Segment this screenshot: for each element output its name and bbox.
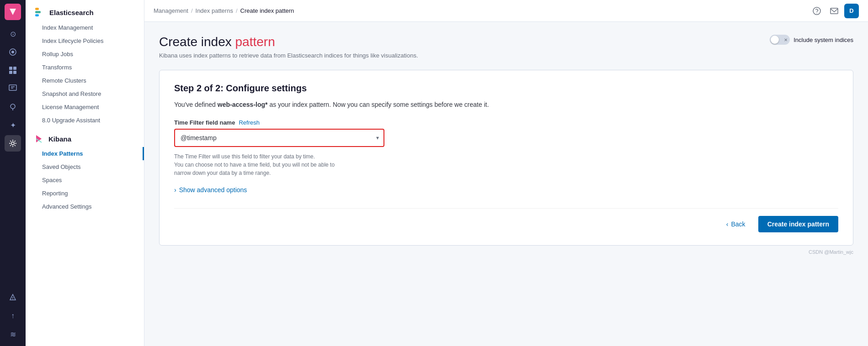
svg-point-11 (11, 142, 14, 145)
page-title: Create index pattern (159, 35, 418, 49)
maps-icon[interactable] (5, 99, 21, 115)
step-description: You've defined web-access-log* as your i… (174, 101, 838, 108)
helper-text: The Time Filter will use this field to f… (174, 152, 838, 177)
svg-rect-15 (35, 11, 41, 13)
sidebar-item-index-lifecycle[interactable]: Index Lifecycle Policies (26, 34, 144, 47)
create-index-pattern-button[interactable]: Create index pattern (758, 216, 838, 232)
breadcrumb-sep-1: / (191, 7, 193, 14)
alerts-icon[interactable] (5, 289, 21, 306)
card-footer: ‹ Back Create index pattern (174, 208, 838, 232)
svg-point-17 (813, 7, 820, 15)
management-icon[interactable] (5, 135, 21, 152)
svg-rect-3 (13, 67, 16, 70)
show-advanced-button[interactable]: › Show advanced options (174, 186, 838, 194)
elasticsearch-icon (35, 7, 45, 17)
refresh-link[interactable]: Refresh (239, 119, 260, 126)
visualize-icon[interactable] (5, 44, 21, 60)
svg-point-13 (12, 299, 13, 300)
svg-rect-14 (35, 8, 39, 10)
app-logo[interactable] (5, 4, 21, 20)
footer-credit: CSDN @Martin_wjc (159, 249, 853, 255)
sidebar-item-rollup-jobs[interactable]: Rollup Jobs (26, 47, 144, 61)
sidebar-item-transforms[interactable]: Transforms (26, 61, 144, 74)
toggle-knob (771, 36, 779, 44)
user-avatar[interactable]: D (844, 4, 859, 18)
sidebar-item-reporting[interactable]: Reporting (26, 187, 144, 200)
step-title: Step 2 of 2: Configure settings (174, 83, 838, 94)
svg-rect-4 (9, 71, 12, 74)
canvas-icon[interactable] (5, 80, 21, 97)
svg-point-9 (11, 104, 15, 109)
breadcrumb-management[interactable]: Management (154, 7, 188, 14)
page-header: Create index pattern Kibana uses index p… (159, 35, 853, 59)
sidebar-item-upgrade-assistant[interactable]: 8.0 Upgrade Assistant (26, 114, 144, 127)
sidebar-item-snapshot-restore[interactable]: Snapshot and Restore (26, 87, 144, 100)
sidebar-item-index-patterns[interactable]: Index Patterns (26, 147, 144, 160)
toggle-x-icon: ✕ (784, 37, 788, 42)
configure-settings-card: Step 2 of 2: Configure settings You've d… (159, 70, 853, 246)
index-pattern-name: web-access-log* (218, 101, 268, 108)
icon-rail: ⊙ ✦ ↑ ≋ (0, 0, 26, 346)
toggle-switch[interactable]: ✕ (770, 35, 790, 45)
svg-point-1 (11, 51, 14, 53)
ml-icon[interactable]: ✦ (5, 117, 21, 133)
main-area: Management / Index patterns / Create ind… (144, 0, 868, 346)
include-system-toggle[interactable]: ✕ Include system indices (770, 35, 853, 45)
kibana-icon (35, 134, 44, 143)
svg-rect-16 (35, 14, 39, 16)
elasticsearch-section-header: Elasticsearch (26, 0, 144, 21)
include-system-label: Include system indices (793, 37, 853, 43)
svg-rect-5 (13, 71, 16, 74)
mail-icon[interactable] (827, 4, 841, 18)
feeds-icon[interactable]: ≋ (5, 326, 21, 342)
svg-rect-19 (831, 8, 838, 14)
svg-rect-2 (9, 67, 12, 70)
time-filter-select[interactable]: @timestamp (174, 129, 384, 147)
chevron-right-icon: › (174, 186, 176, 194)
sidebar: Elasticsearch Index Management Index Lif… (26, 0, 144, 346)
breadcrumb-sep-2: / (236, 7, 238, 14)
time-filter-label: Time Filter field name Refresh (174, 119, 838, 126)
sidebar-item-remote-clusters[interactable]: Remote Clusters (26, 74, 144, 87)
discover-icon[interactable]: ⊙ (5, 26, 21, 42)
topbar: Management / Index patterns / Create ind… (144, 0, 868, 22)
back-button[interactable]: ‹ Back (721, 217, 751, 231)
help-icon[interactable] (809, 4, 824, 18)
svg-point-18 (816, 12, 817, 13)
timestamp-select-wrapper: @timestamp ▾ (174, 129, 384, 147)
content-area: Create index pattern Kibana uses index p… (144, 22, 868, 346)
breadcrumb-index-patterns[interactable]: Index patterns (196, 7, 233, 14)
webhook-icon[interactable]: ↑ (5, 308, 21, 324)
dashboard-icon[interactable] (5, 62, 21, 79)
kibana-section-header: Kibana (26, 127, 144, 147)
breadcrumb-create: Create index pattern (240, 7, 294, 14)
sidebar-item-index-management[interactable]: Index Management (26, 21, 144, 34)
sidebar-item-license-management[interactable]: License Management (26, 100, 144, 114)
sidebar-item-advanced-settings[interactable]: Advanced Settings (26, 200, 144, 213)
sidebar-item-saved-objects[interactable]: Saved Objects (26, 160, 144, 173)
page-subtitle: Kibana uses index patterns to retrieve d… (159, 52, 418, 59)
svg-rect-6 (9, 85, 16, 90)
sidebar-item-spaces[interactable]: Spaces (26, 173, 144, 187)
chevron-left-icon: ‹ (726, 220, 729, 228)
